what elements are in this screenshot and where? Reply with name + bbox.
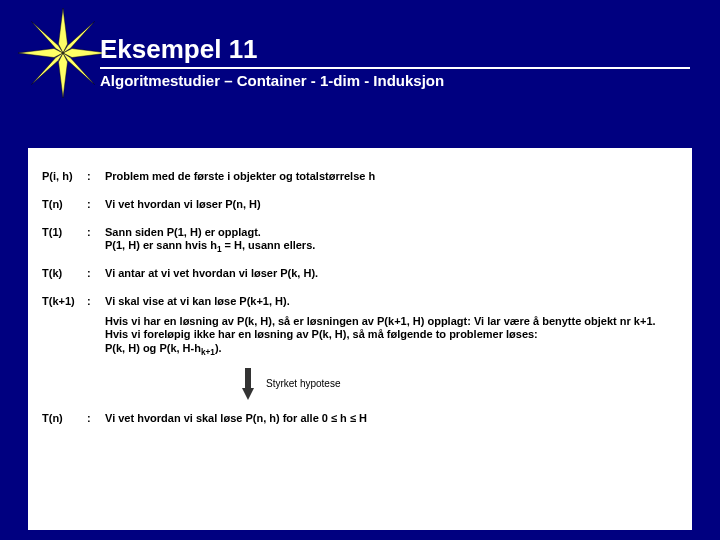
slide-subtitle: Algoritmestudier – Container - 1-dim - I… [100, 72, 700, 89]
svg-marker-5 [63, 22, 95, 54]
def-tn-final: T(n) : Vi vet hvordan vi skal løse P(n, … [42, 412, 678, 426]
svg-marker-4 [32, 22, 64, 54]
svg-marker-9 [242, 388, 254, 400]
label-t1: T(1) [42, 226, 87, 254]
svg-marker-0 [59, 8, 68, 53]
label-tn: T(n) [42, 198, 87, 212]
content-panel: P(i, h) : Problem med de første i objekt… [28, 148, 692, 530]
def-tk: T(k) : Vi antar at vi vet hvordan vi løs… [42, 267, 678, 281]
label-tn2: T(n) [42, 412, 87, 426]
hypothesis-label: Styrket hypotese [266, 378, 340, 391]
slide-title: Eksempel 11 [100, 34, 690, 69]
svg-rect-8 [245, 368, 251, 390]
label-tk: T(k) [42, 267, 87, 281]
starburst-icon [18, 8, 108, 98]
svg-marker-6 [32, 53, 64, 85]
label-p: P(i, h) [42, 170, 87, 184]
def-p: P(i, h) : Problem med de første i objekt… [42, 170, 678, 184]
def-tk1: T(k+1) : Vi skal vise at vi kan løse P(k… [42, 295, 678, 309]
slide-header: Eksempel 11 Algoritmestudier – Container… [100, 34, 700, 89]
svg-marker-1 [59, 53, 68, 98]
note-block: Hvis vi har en løsning av P(k, H), så er… [105, 315, 678, 356]
def-tn: T(n) : Vi vet hvordan vi løser P(n, H) [42, 198, 678, 212]
hypothesis-row: Styrket hypotese [242, 368, 678, 400]
svg-marker-2 [18, 49, 63, 58]
down-arrow-icon [242, 368, 254, 400]
def-t1: T(1) : Sann siden P(1, H) er opplagt. P(… [42, 226, 678, 254]
svg-marker-7 [63, 53, 95, 85]
label-tk1: T(k+1) [42, 295, 87, 309]
